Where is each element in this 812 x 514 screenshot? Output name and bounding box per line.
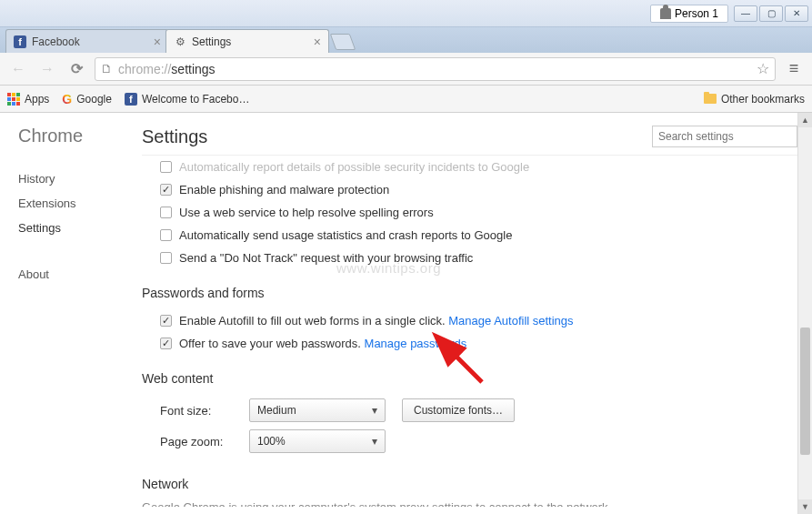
bookmark-star-icon[interactable]: ☆ [757,60,769,77]
section-title: Passwords and forms [142,286,797,300]
chrome-menu-button[interactable]: ≡ [783,59,805,78]
tab-facebook[interactable]: f Facebook × [5,29,169,53]
profile-label: Person 1 [675,7,718,20]
checkbox-label: Automatically send usage statistics and … [179,228,512,242]
section-title: Network [142,477,797,491]
bookmark-google[interactable]: G Google [62,92,112,106]
forward-button[interactable]: → [36,58,58,80]
minimize-button[interactable]: — [734,5,757,22]
privacy-row-dnt: Send a "Do Not Track" request with your … [142,247,797,269]
settings-body: Automatically report details of possible… [142,155,797,507]
page-zoom-select[interactable]: 100% [249,429,386,453]
checkbox[interactable] [160,338,172,349]
network-description: Google Chrome is using your computer's s… [142,500,797,507]
scroll-track[interactable] [798,127,812,499]
section-title: Web content [142,371,797,386]
apps-label: Apps [25,93,49,106]
checkbox-label: Enable Autofill to fill out web forms in… [179,314,446,328]
new-tab-button[interactable] [330,34,356,50]
font-size-label: Font size: [160,404,233,418]
sidebar-item-history[interactable]: History [18,166,127,191]
bookmark-label: Welcome to Facebo… [142,93,250,106]
privacy-row-usage: Automatically send usage statistics and … [142,224,797,247]
close-window-button[interactable]: ✕ [785,5,808,22]
font-size-select[interactable]: Medium [249,398,386,422]
checkbox-label: Send a "Do Not Track" request with your … [179,251,473,265]
page-zoom-label: Page zoom: [160,435,233,448]
url-path: settings [171,62,215,76]
address-bar[interactable]: 🗋 chrome://settings ☆ [95,57,776,81]
vertical-scrollbar[interactable]: ▲ ▼ [797,113,812,514]
window-titlebar: Person 1 — ▢ ✕ [0,0,812,27]
close-tab-icon[interactable]: × [154,35,161,49]
facebook-icon: f [14,35,26,48]
section-passwords: Passwords and forms Enable Autofill to f… [142,286,797,355]
sidebar-item-extensions[interactable]: Extensions [18,191,127,216]
gear-icon: ⚙ [174,35,186,48]
privacy-row-spelling: Use a web service to help resolve spelli… [142,201,797,224]
sidebar-item-about[interactable]: About [18,262,127,287]
other-bookmarks[interactable]: Other bookmarks [704,93,805,106]
apps-button[interactable]: Apps [7,93,49,106]
browser-toolbar: ← → ⟳ 🗋 chrome://settings ☆ ≡ [0,53,812,86]
person-icon [660,8,671,19]
other-bookmarks-label: Other bookmarks [721,93,805,106]
scroll-thumb[interactable] [800,328,810,455]
manage-autofill-link[interactable]: Manage Autofill settings [448,314,573,328]
profile-button[interactable]: Person 1 [650,5,728,23]
bookmark-label: Google [76,93,112,106]
row-autofill: Enable Autofill to fill out web forms in… [142,309,797,332]
checkbox[interactable] [160,315,172,327]
privacy-row-phishing: Enable phishing and malware protection [142,178,797,201]
privacy-row-report-incidents: Automatically report details of possible… [142,156,797,178]
checkbox-label: Offer to save your web passwords. [179,337,361,350]
tab-label: Settings [192,35,231,48]
checkbox[interactable] [160,229,172,241]
checkbox[interactable] [160,161,172,173]
url-protocol: chrome:// [118,62,171,76]
apps-icon [7,93,20,106]
maximize-button[interactable]: ▢ [759,5,783,22]
checkbox-label: Automatically report details of possible… [179,160,529,174]
tab-label: Facebook [32,35,80,48]
back-button[interactable]: ← [7,58,29,80]
settings-heading: Settings [142,126,207,147]
row-font-size: Font size: Medium Customize fonts… [142,395,797,426]
checkbox[interactable] [160,184,172,196]
section-webcontent: Web content Font size: Medium Customize … [142,371,797,457]
settings-main: Settings Automatically report details of… [127,113,812,514]
close-tab-icon[interactable]: × [314,35,321,49]
checkbox-label: Use a web service to help resolve spelli… [179,206,434,219]
checkbox[interactable] [160,207,172,218]
checkbox[interactable] [160,252,172,264]
content-area: Chrome History Extensions Settings About… [0,113,812,514]
chrome-brand: Chrome [18,126,127,146]
bookmarks-bar: Apps G Google f Welcome to Facebo… Other… [0,86,812,113]
tab-strip: f Facebook × ⚙ Settings × [0,27,812,53]
search-settings-input[interactable] [652,126,797,147]
settings-header: Settings [142,126,797,147]
scroll-up-button[interactable]: ▲ [798,113,812,127]
google-icon: G [62,92,72,106]
page-icon: 🗋 [101,62,113,76]
facebook-icon: f [125,93,137,106]
settings-sidebar: Chrome History Extensions Settings About [0,113,127,514]
manage-passwords-link[interactable]: Manage passwords [365,337,467,350]
row-save-passwords: Offer to save your web passwords. Manage… [142,332,797,355]
section-network: Network Google Chrome is using your comp… [142,477,797,507]
checkbox-label: Enable phishing and malware protection [179,183,389,197]
row-page-zoom: Page zoom: 100% [142,426,797,457]
scroll-down-button[interactable]: ▼ [798,499,812,514]
sidebar-item-settings[interactable]: Settings [18,216,127,240]
bookmark-facebook[interactable]: f Welcome to Facebo… [125,93,250,106]
tab-settings[interactable]: ⚙ Settings × [165,29,329,53]
reload-button[interactable]: ⟳ [65,58,87,80]
customize-fonts-button[interactable]: Customize fonts… [402,398,515,422]
folder-icon [704,94,717,104]
